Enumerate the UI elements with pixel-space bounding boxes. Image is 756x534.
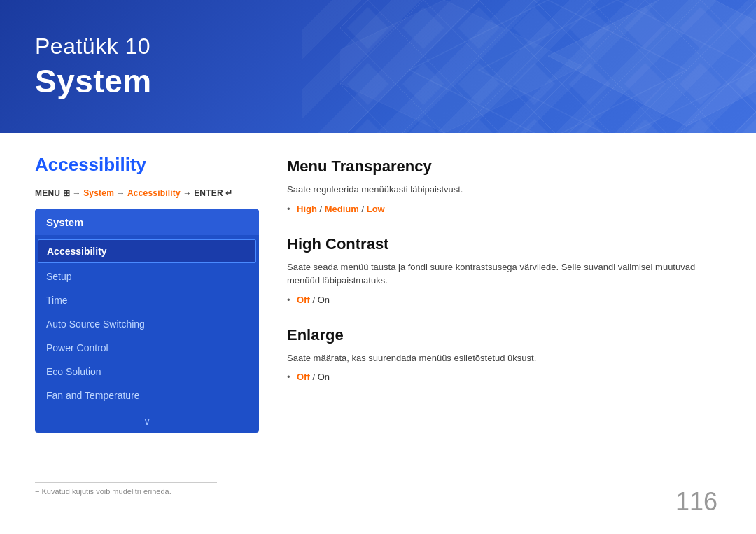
menu-box: System Accessibility Setup Time Auto Sou… bbox=[35, 209, 259, 433]
section-enlarge: Enlarge Saate määrata, kas suurendada me… bbox=[287, 326, 721, 384]
menu-items: Accessibility Setup Time Auto Source Swi… bbox=[35, 235, 259, 410]
diamond-pattern bbox=[340, 0, 756, 133]
menu-path-accessibility: Accessibility bbox=[127, 188, 181, 198]
svg-marker-5 bbox=[548, 0, 756, 126]
option-item: Off / On bbox=[287, 370, 721, 384]
section-high-contrast: High Contrast Saate seada menüü tausta j… bbox=[287, 235, 721, 307]
enlarge-desc: Saate määrata, kas suurendada menüüs esi… bbox=[287, 351, 721, 365]
svg-marker-6 bbox=[340, 0, 583, 133]
right-panel: Menu Transparency Saate reguleerida menü… bbox=[287, 154, 721, 433]
option-slash3: / bbox=[310, 295, 318, 305]
high-contrast-options: Off / On bbox=[287, 293, 721, 307]
menu-item-eco-solution[interactable]: Eco Solution bbox=[35, 360, 259, 384]
main-title: System bbox=[35, 62, 152, 100]
menu-transparency-title: Menu Transparency bbox=[287, 157, 721, 176]
page-number: 116 bbox=[676, 487, 718, 517]
enlarge-options: Off / On bbox=[287, 370, 721, 384]
option-item: Off / On bbox=[287, 293, 721, 307]
chapter-label: Peatükk 10 bbox=[35, 34, 152, 59]
menu-item-accessibility[interactable]: Accessibility bbox=[38, 239, 256, 263]
footer-note: − Kuvatud kujutis võib mudelitri erineda… bbox=[35, 482, 217, 496]
menu-chevron[interactable]: ∨ bbox=[35, 410, 259, 433]
section-title: Accessibility bbox=[35, 154, 259, 176]
option-slash4: / bbox=[310, 372, 318, 382]
chevron-down-icon: ∨ bbox=[144, 416, 150, 427]
header-banner: Peatükk 10 System bbox=[0, 0, 756, 133]
option-high: High bbox=[297, 204, 317, 214]
content-area: Accessibility MENU ⊞ → System → Accessib… bbox=[0, 133, 756, 447]
option-low: Low bbox=[367, 204, 385, 214]
option-slash2: / bbox=[359, 204, 367, 214]
menu-path: MENU ⊞ → System → Accessibility → ENTER … bbox=[35, 188, 259, 198]
menu-path-arrow3: → bbox=[181, 188, 194, 198]
menu-item-setup[interactable]: Setup bbox=[35, 265, 259, 288]
option-off: Off bbox=[297, 295, 310, 305]
menu-item-time[interactable]: Time bbox=[35, 288, 259, 312]
menu-header: System bbox=[35, 209, 259, 235]
menu-transparency-desc: Saate reguleerida menüükasti läbipaistvu… bbox=[287, 183, 721, 197]
option-medium: Medium bbox=[325, 204, 359, 214]
menu-path-prefix: MENU bbox=[35, 188, 63, 198]
menu-path-arrow1: → bbox=[70, 188, 83, 198]
section-menu-transparency: Menu Transparency Saate reguleerida menü… bbox=[287, 157, 721, 216]
option-slash1: / bbox=[317, 204, 325, 214]
header-title: Peatükk 10 System bbox=[35, 34, 152, 100]
left-panel: Accessibility MENU ⊞ → System → Accessib… bbox=[35, 154, 259, 433]
menu-path-enter: ENTER bbox=[194, 188, 225, 198]
svg-marker-4 bbox=[479, 0, 756, 133]
svg-marker-3 bbox=[410, 0, 687, 133]
menu-item-power-control[interactable]: Power Control bbox=[35, 336, 259, 360]
option-on: On bbox=[318, 295, 330, 305]
svg-rect-2 bbox=[340, 0, 756, 133]
menu-item-fan-temp[interactable]: Fan and Temperature bbox=[35, 384, 259, 407]
menu-transparency-options: High / Medium / Low bbox=[287, 202, 721, 216]
high-contrast-desc: Saate seada menüü tausta ja fondi suure … bbox=[287, 260, 721, 288]
high-contrast-title: High Contrast bbox=[287, 235, 721, 253]
option-off2: Off bbox=[297, 372, 310, 382]
menu-item-auto-source[interactable]: Auto Source Switching bbox=[35, 312, 259, 336]
menu-path-arrow2: → bbox=[114, 188, 127, 198]
enlarge-title: Enlarge bbox=[287, 326, 721, 344]
menu-path-system: System bbox=[83, 188, 114, 198]
option-on2: On bbox=[318, 372, 330, 382]
option-item: High / Medium / Low bbox=[287, 202, 721, 216]
enter-icon: ↵ bbox=[225, 188, 232, 198]
menu-icon: ⊞ bbox=[63, 188, 70, 198]
